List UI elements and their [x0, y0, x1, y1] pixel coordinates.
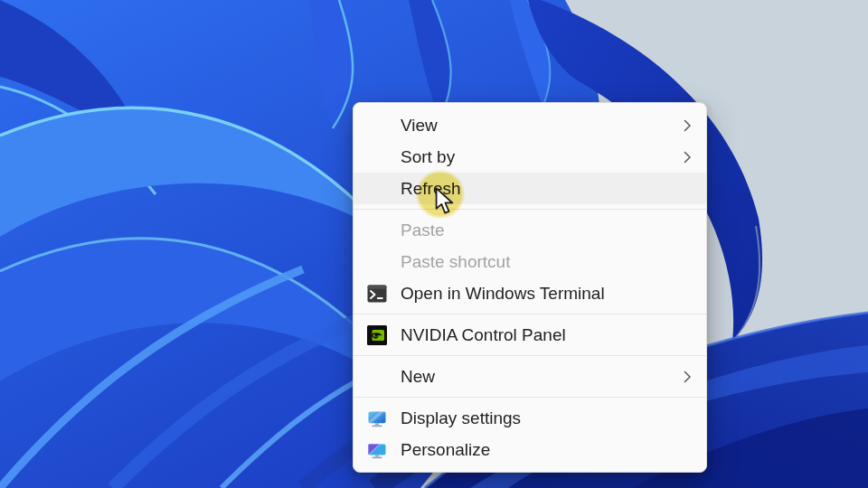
- menu-item-label: Sort by: [401, 147, 455, 167]
- menu-item-display-settings[interactable]: Display settings: [354, 402, 706, 434]
- menu-item-label: Open in Windows Terminal: [401, 284, 605, 304]
- nvidia-icon: [367, 325, 387, 345]
- menu-item-open-in-windows-terminal[interactable]: Open in Windows Terminal: [354, 277, 706, 309]
- menu-separator: [354, 397, 706, 398]
- display-settings-icon: [367, 408, 387, 428]
- menu-separator: [354, 355, 706, 356]
- menu-item-personalize[interactable]: Personalize: [354, 434, 706, 465]
- menu-item-label: Paste: [401, 221, 445, 240]
- icon-spacer: [367, 147, 387, 167]
- menu-separator: [354, 314, 706, 314]
- menu-item-label: Personalize: [401, 440, 490, 460]
- menu-item-label: Display settings: [401, 408, 521, 428]
- icon-spacer: [367, 221, 387, 240]
- menu-item-view[interactable]: View: [354, 109, 706, 141]
- chevron-right-icon: [684, 151, 692, 164]
- chevron-right-icon: [684, 119, 692, 132]
- menu-item-label: Paste shortcut: [401, 252, 510, 272]
- menu-item-label: New: [401, 367, 435, 387]
- menu-item-paste-shortcut: Paste shortcut: [354, 246, 706, 277]
- icon-spacer: [367, 116, 387, 136]
- menu-item-paste: Paste: [354, 214, 706, 246]
- menu-item-label: NVIDIA Control Panel: [401, 325, 566, 345]
- menu-item-label: View: [401, 116, 438, 136]
- menu-item-new[interactable]: New: [354, 361, 706, 392]
- chevron-right-icon: [684, 371, 692, 383]
- personalize-icon: [367, 440, 387, 460]
- menu-item-sort-by[interactable]: Sort by: [354, 141, 706, 173]
- menu-item-nvidia-control-panel[interactable]: NVIDIA Control Panel: [354, 319, 706, 351]
- menu-item-refresh[interactable]: Refresh: [354, 173, 706, 204]
- icon-spacer: [367, 367, 387, 387]
- icon-spacer: [367, 179, 387, 199]
- menu-item-label: Refresh: [401, 179, 461, 199]
- icon-spacer: [367, 252, 387, 272]
- menu-separator: [354, 209, 706, 210]
- windows-terminal-icon: [367, 284, 387, 304]
- desktop-context-menu: View Sort by Refresh Paste Paste shortcu…: [353, 102, 707, 473]
